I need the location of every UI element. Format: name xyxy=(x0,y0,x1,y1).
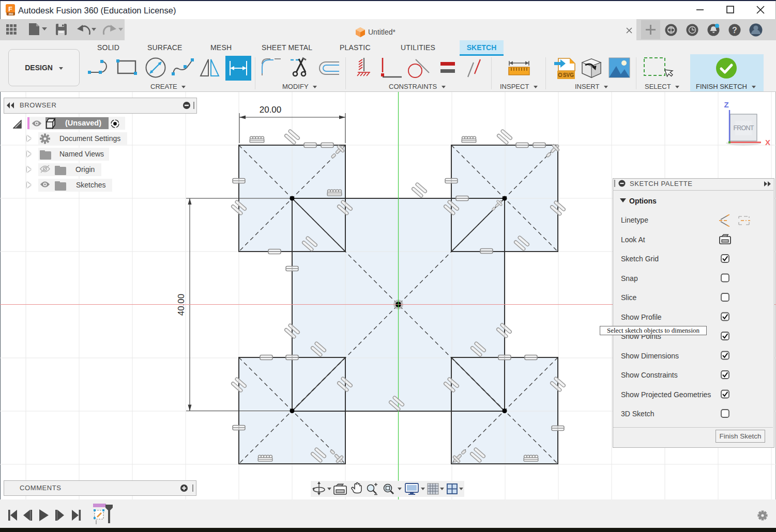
svg-text:?: ? xyxy=(732,26,737,35)
svg-text:20.00: 20.00 xyxy=(260,105,282,115)
svg-text:Z: Z xyxy=(724,100,728,109)
svg-text:F: F xyxy=(8,5,12,13)
svg-text:360: 360 xyxy=(8,12,13,15)
svg-text:SVG: SVG xyxy=(563,72,574,78)
svg-text:FRONT: FRONT xyxy=(733,124,754,132)
svg-text:X: X xyxy=(765,138,770,147)
